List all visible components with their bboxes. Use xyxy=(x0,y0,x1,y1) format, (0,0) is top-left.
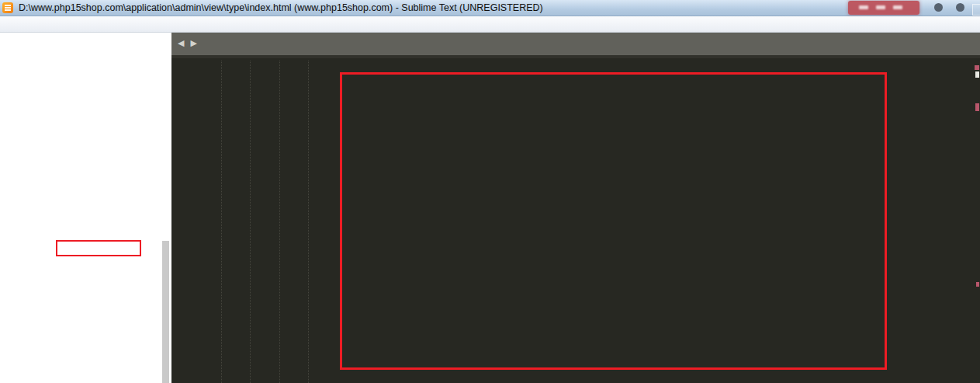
minimap-mark xyxy=(975,103,979,111)
overlay-tool-icon[interactable] xyxy=(934,3,943,12)
code-editor[interactable] xyxy=(171,58,980,383)
indent-guide xyxy=(308,61,309,383)
minimap-mark xyxy=(975,71,979,78)
menu-bar xyxy=(0,16,980,33)
sidebar-scrollbar-thumb[interactable] xyxy=(162,241,169,383)
screen-recorder-button[interactable] xyxy=(848,1,919,15)
sublime-logo-icon xyxy=(2,2,13,13)
indent-guide xyxy=(250,61,251,383)
tab-bar: ◀ ▶ xyxy=(171,33,980,58)
annotation-box-sidebar xyxy=(56,240,141,256)
minimap-mark xyxy=(976,282,979,287)
indent-guide xyxy=(221,61,222,383)
overlay-window-icon[interactable] xyxy=(972,4,980,16)
tab-back-icon[interactable]: ◀ xyxy=(178,38,184,48)
annotation-box-code xyxy=(340,72,887,370)
title-bar[interactable]: D:\www.php15shop.com\application\admin\v… xyxy=(0,0,980,16)
sublime-text-window: { "title_bar": { "title": "D:\\www.php15… xyxy=(0,0,980,383)
tab-forward-icon[interactable]: ▶ xyxy=(190,38,196,48)
file-tree-sidebar[interactable] xyxy=(0,33,171,383)
window-title: D:\www.php15shop.com\application\admin\v… xyxy=(19,2,543,13)
minimap-mark xyxy=(975,65,979,70)
overlay-tool-icon[interactable] xyxy=(956,3,964,12)
indent-guide xyxy=(279,61,280,383)
